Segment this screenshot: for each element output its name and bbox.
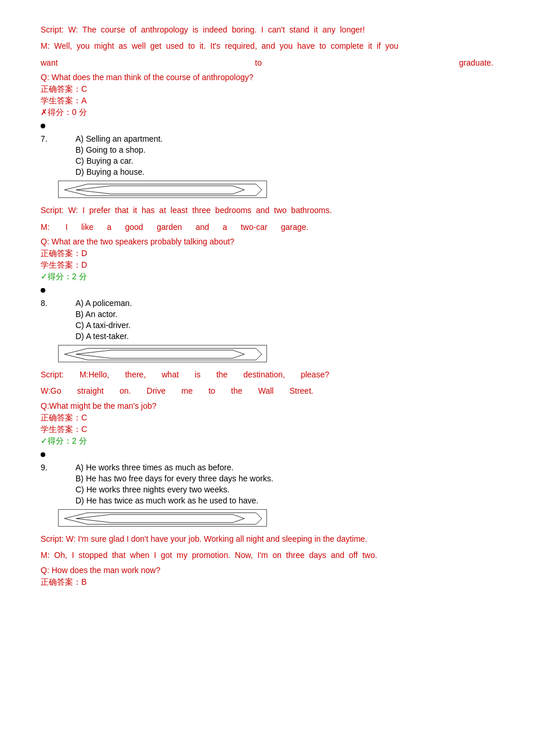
student-answer-prev: 学生答案：A (41, 96, 493, 106)
q8-option-d: D) A test-taker. (75, 332, 493, 341)
section-9: 9. A) He works three times as much as be… (41, 463, 493, 588)
question-8: Q:What might be the man's job? (41, 401, 493, 411)
q7-number: 7. (41, 134, 58, 143)
q7-option-d: D) Buying a house. (75, 167, 493, 177)
script-8-line1: Script: M:Hello, there, what is the dest… (41, 368, 493, 381)
q9-row: 9. A) He works three times as much as be… (41, 463, 493, 507)
q9-audio-bar[interactable] (58, 509, 267, 527)
script-8-line2: W:Go straight on. Drive me to the Wall S… (41, 384, 493, 397)
section-prev: Script: W: The course of anthropology is… (41, 23, 493, 118)
q9-option-d: D) He has twice as much work as he used … (75, 496, 493, 505)
q7-audio-bar[interactable] (58, 181, 267, 198)
student-answer-8: 学生答案：C (41, 424, 493, 435)
q8-option-a: A) A policeman. (75, 298, 493, 308)
correct-answer-8: 正确答案：C (41, 413, 493, 423)
score-7: ✓得分：2 分 (41, 272, 493, 282)
section-8: 8. A) A policeman. B) An actor. C) A tax… (41, 298, 493, 447)
q7-option-b: B) Going to a shop. (75, 145, 493, 154)
q8-audio-bar[interactable] (58, 345, 267, 362)
script-7-line2: M: I like a good garden and a two-car ga… (41, 221, 493, 233)
student-answer-7: 学生答案：D (41, 260, 493, 271)
want-text: want (41, 56, 58, 69)
correct-answer-9: 正确答案：B (41, 577, 493, 588)
score-8: ✓得分：2 分 (41, 436, 493, 447)
question-prev: Q: What does the man think of the course… (41, 73, 493, 82)
q8-row: 8. A) A policeman. B) An actor. C) A tax… (41, 298, 493, 343)
q7-options: A) Selling an apartment. B) Going to a s… (58, 134, 493, 178)
to-text: to (255, 56, 262, 69)
script-prev-line2: M: Well, you might as well get used to i… (41, 39, 493, 52)
script-7-line1: Script: W: I prefer that it has at least… (41, 204, 493, 217)
q7-audio-container[interactable] (58, 181, 493, 198)
script-prev-line3: want to graduate. (41, 56, 493, 69)
script-9-line1: Script: W: I'm sure glad I don't have yo… (41, 532, 493, 545)
bullet-3 (41, 452, 45, 457)
bullet-1 (41, 124, 45, 128)
q9-option-a: A) He works three times as much as befor… (75, 463, 493, 472)
cross-icon: ✗ (41, 107, 48, 117)
q9-option-b: B) He has two free days for every three … (75, 474, 493, 483)
score-prev: ✗得分：0 分 (41, 107, 493, 118)
q8-number: 8. (41, 298, 58, 308)
correct-answer-7: 正确答案：D (41, 249, 493, 259)
q7-option-a: A) Selling an apartment. (75, 134, 493, 143)
check-icon-7: ✓ (41, 272, 48, 281)
q9-number: 9. (41, 463, 58, 472)
q9-options: A) He works three times as much as befor… (58, 463, 493, 507)
q7-option-c: C) Buying a car. (75, 156, 493, 165)
svg-marker-3 (76, 350, 244, 358)
svg-marker-1 (76, 186, 244, 194)
q8-option-c: C) A taxi-driver. (75, 321, 493, 330)
check-icon-8: ✓ (41, 436, 48, 445)
section-7: 7. A) Selling an apartment. B) Going to … (41, 134, 493, 282)
q8-options: A) A policeman. B) An actor. C) A taxi-d… (58, 298, 493, 343)
svg-marker-5 (76, 514, 244, 523)
bullet-2 (41, 288, 45, 293)
q7-row: 7. A) Selling an apartment. B) Going to … (41, 134, 493, 178)
graduate-text: graduate. (459, 56, 493, 69)
correct-answer-prev: 正确答案：C (41, 84, 493, 95)
q9-option-c: C) He works three nights every two weeks… (75, 485, 493, 494)
q8-option-b: B) An actor. (75, 309, 493, 319)
script-prev-line1: Script: W: The course of anthropology is… (41, 23, 493, 36)
content-area: Script: W: The course of anthropology is… (41, 12, 493, 605)
question-7: Q: What are the two speakers probably ta… (41, 237, 493, 246)
q8-audio-container[interactable] (58, 345, 493, 362)
script-9-line2: M: Oh, I stopped that when I got my prom… (41, 549, 493, 561)
q9-audio-container[interactable] (58, 509, 493, 527)
question-9: Q: How does the man work now? (41, 566, 493, 575)
